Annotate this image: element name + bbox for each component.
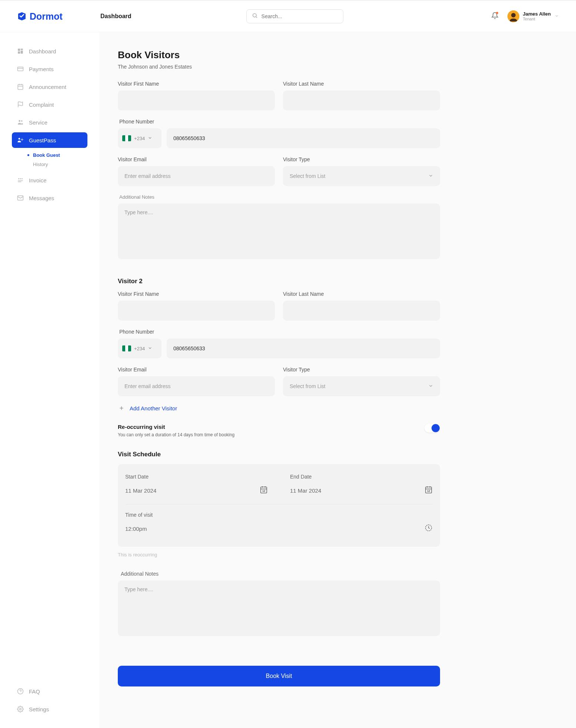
nav-messages[interactable]: Messages: [12, 190, 87, 206]
svg-line-1: [256, 17, 257, 18]
calendar-icon[interactable]: 12: [424, 486, 433, 495]
calendar-icon[interactable]: 12: [260, 486, 268, 495]
nav-label: Dashboard: [29, 48, 56, 54]
nav-label: FAQ: [29, 688, 40, 695]
dial-code: +234: [134, 346, 145, 351]
select-placeholder: Select from List: [290, 383, 325, 389]
nav-guestpass-history[interactable]: History: [27, 162, 87, 167]
select-placeholder: Select from List: [290, 173, 325, 179]
visitor2-type-select[interactable]: Select from List: [283, 376, 440, 396]
svg-point-20: [20, 178, 21, 179]
nav-settings[interactable]: Settings: [12, 701, 87, 717]
nav-complaint[interactable]: Complaint: [12, 97, 87, 112]
nav-label: Service: [29, 119, 47, 126]
dial-code: +234: [134, 136, 145, 141]
page-label: Dashboard: [100, 13, 131, 20]
visitor1-last-name-input[interactable]: [283, 90, 440, 110]
nav-label: Complaint: [29, 102, 54, 108]
visitor2-email-input[interactable]: [118, 376, 275, 396]
schedule-box: Start Date 11 Mar 2024 12 End Date 11 Ma…: [118, 464, 440, 547]
chevron-down-icon: [148, 345, 152, 352]
user-name: James Allen: [523, 11, 551, 17]
logo-text: Dormot: [30, 11, 63, 22]
recurring-note: You can only set a duration of 14 days f…: [118, 432, 234, 437]
svg-point-19: [18, 178, 19, 179]
visitor2-last-name-input[interactable]: [283, 301, 440, 321]
phone-label: Phone Number: [118, 329, 440, 335]
nav-guestpass[interactable]: GuestPass: [12, 132, 87, 148]
nav-label: Messages: [29, 195, 54, 201]
start-date-value[interactable]: 11 Mar 2024: [125, 487, 156, 494]
logo[interactable]: Dormot: [17, 11, 100, 22]
chevron-down-icon: [428, 383, 433, 390]
phone-label: Phone Number: [118, 119, 440, 125]
search-input[interactable]: [262, 13, 338, 19]
user-menu[interactable]: James Allen Tenant: [507, 10, 559, 22]
recurring-title: Re-occurring visit: [118, 424, 234, 430]
visitor1-type-select[interactable]: Select from List: [283, 166, 440, 186]
notifications-button[interactable]: [491, 12, 499, 21]
svg-text:12: 12: [427, 489, 430, 493]
visitor1-email-input[interactable]: [118, 166, 275, 186]
flag-nigeria-icon: [122, 345, 131, 351]
end-date-value[interactable]: 11 Mar 2024: [290, 487, 321, 494]
clock-icon[interactable]: [424, 524, 433, 533]
card-icon: [17, 66, 24, 72]
svg-rect-5: [21, 49, 23, 50]
nav-label: GuestPass: [29, 137, 56, 143]
add-visitor-button[interactable]: Add Another Visitor: [118, 404, 440, 412]
book-visit-button[interactable]: Book Visit: [118, 666, 440, 686]
visitor1-country-select[interactable]: +234: [118, 128, 162, 148]
plus-icon: [118, 404, 125, 412]
first-name-label: Visitor First Name: [118, 291, 275, 297]
nav-payments[interactable]: Payments: [12, 61, 87, 77]
invoice-icon: [17, 177, 24, 183]
svg-point-27: [20, 708, 21, 710]
visitor2-first-name-input[interactable]: [118, 301, 275, 321]
app-header: Dormot Dashboard: [0, 1, 576, 32]
nav-label: Invoice: [29, 177, 47, 183]
nav-service[interactable]: Service: [12, 115, 87, 130]
visitor1-phone-input[interactable]: [167, 128, 440, 148]
first-name-label: Visitor First Name: [118, 81, 275, 87]
nav-label: Announcement: [29, 84, 66, 90]
gear-icon: [17, 706, 24, 712]
nav-faq[interactable]: FAQ: [12, 684, 87, 699]
svg-point-18: [21, 139, 23, 140]
notes-label: Additional Notes: [118, 194, 440, 200]
sub-label: Book Guest: [33, 152, 60, 158]
svg-text:12: 12: [262, 489, 265, 493]
nav-dashboard[interactable]: Dashboard: [12, 43, 87, 59]
dashboard-icon: [17, 48, 24, 54]
mail-icon: [17, 195, 24, 201]
visitor2-country-select[interactable]: +234: [118, 338, 162, 358]
flag-icon: [17, 101, 24, 108]
nav-announcement[interactable]: Announcement: [12, 79, 87, 95]
recurring-toggle[interactable]: [424, 424, 440, 433]
nav-invoice[interactable]: Invoice: [12, 172, 87, 188]
search-box[interactable]: [246, 9, 343, 23]
visitor2-heading: Visitor 2: [118, 278, 440, 285]
guestpass-icon: [17, 137, 24, 143]
toggle-thumb: [432, 424, 440, 432]
schedule-notes-textarea[interactable]: [118, 580, 440, 636]
time-value[interactable]: 12:00pm: [125, 526, 147, 532]
svg-point-17: [19, 138, 20, 140]
visitor2-phone-input[interactable]: [167, 338, 440, 358]
visitor1-first-name-input[interactable]: [118, 90, 275, 110]
add-visitor-label: Add Another Visitor: [130, 405, 177, 411]
visitor1-notes-textarea[interactable]: [118, 203, 440, 259]
svg-point-3: [511, 13, 516, 17]
notes-label: Additional Notes: [118, 571, 440, 577]
logo-icon: [17, 11, 27, 21]
end-date-label: End Date: [290, 474, 433, 480]
svg-point-15: [19, 120, 21, 122]
svg-rect-22: [18, 181, 23, 181]
last-name-label: Visitor Last Name: [283, 291, 440, 297]
time-label: Time of visit: [125, 512, 433, 518]
nav-guestpass-book[interactable]: Book Guest: [27, 152, 87, 158]
notification-dot-icon: [496, 12, 498, 14]
svg-rect-7: [18, 52, 20, 54]
visitor-type-label: Visitor Type: [283, 367, 440, 373]
schedule-heading: Visit Schedule: [118, 451, 440, 458]
